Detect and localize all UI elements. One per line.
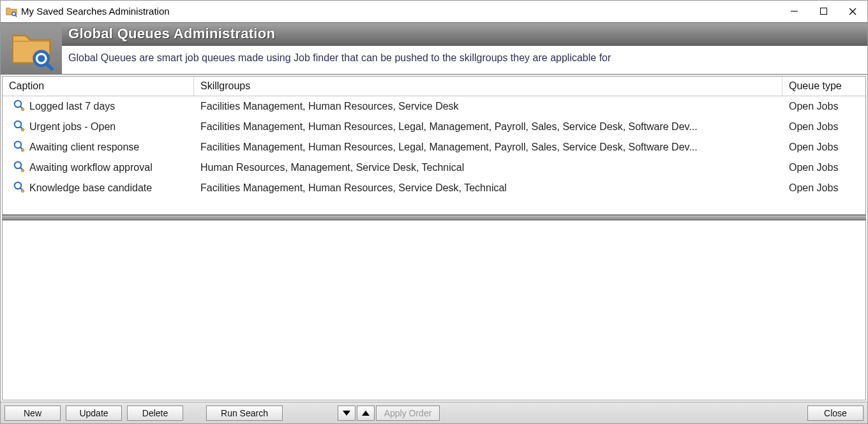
cell-skillgroups: Facilities Management, Human Resources, … (194, 99, 782, 113)
svg-marker-25 (362, 411, 370, 416)
close-button[interactable]: Close (807, 406, 864, 421)
svg-point-7 (38, 55, 45, 62)
cell-caption: Urgent jobs - Open (3, 118, 194, 136)
svg-line-8 (47, 64, 53, 70)
table-row[interactable]: Urgent jobs - OpenFacilities Management,… (3, 117, 865, 137)
triangle-up-icon (362, 408, 370, 418)
cell-skillgroups: Facilities Management, Human Resources, … (194, 140, 782, 154)
splitter-handle[interactable] (2, 215, 866, 220)
svg-point-21 (15, 182, 22, 189)
caption-text: Awaiting workflow approval (29, 162, 153, 173)
caption-text: Urgent jobs - Open (29, 121, 116, 133)
cell-caption: Logged last 7 days (3, 98, 194, 115)
banner-heading: Global Queues Administration (62, 23, 867, 46)
cell-skillgroups: Facilities Management, Human Resources, … (194, 120, 782, 134)
grid-body: Logged last 7 daysFacilities Management,… (3, 96, 865, 214)
svg-point-11 (21, 108, 24, 110)
titlebar: My Saved Searches Administration (1, 1, 867, 22)
caption-text: Knowledge base candidate (29, 182, 152, 194)
svg-point-17 (21, 149, 24, 151)
svg-point-18 (15, 162, 22, 169)
column-header-queue-type[interactable]: Queue type (782, 77, 865, 96)
search-icon (13, 99, 26, 114)
column-header-caption[interactable]: Caption (3, 77, 194, 96)
search-icon (13, 160, 26, 175)
window-title: My Saved Searches Administration (21, 6, 779, 17)
cell-caption: Awaiting client response (3, 138, 194, 156)
grid-header: Caption Skillgroups Queue type (3, 77, 865, 96)
svg-point-12 (15, 121, 22, 128)
table-row[interactable]: Knowledge base candidateFacilities Manag… (3, 178, 865, 198)
search-icon (13, 180, 26, 196)
svg-point-20 (21, 169, 24, 172)
svg-marker-24 (343, 411, 350, 416)
update-button[interactable]: Update (66, 406, 122, 421)
cell-caption: Knowledge base candidate (3, 179, 194, 197)
apply-order-button[interactable]: Apply Order (376, 406, 440, 421)
window-controls (779, 1, 867, 22)
cell-queue-type: Open Jobs (782, 161, 865, 175)
cell-caption: Awaiting workflow approval (3, 159, 194, 177)
banner-subtitle: Global Queues are smart job queues made … (62, 46, 867, 74)
cell-skillgroups: Human Resources, Management, Service Des… (194, 161, 782, 175)
table-row[interactable]: Awaiting workflow approvalHuman Resource… (3, 157, 865, 178)
svg-point-15 (15, 142, 22, 149)
cell-queue-type: Open Jobs (782, 181, 865, 195)
column-header-skillgroups[interactable]: Skillgroups (194, 77, 782, 96)
cell-skillgroups: Facilities Management, Human Resources, … (194, 181, 782, 195)
move-up-button[interactable] (357, 406, 375, 421)
svg-point-23 (21, 189, 24, 192)
cell-queue-type: Open Jobs (782, 120, 865, 134)
caption-text: Awaiting client response (29, 142, 139, 153)
minimize-button[interactable] (779, 1, 809, 22)
close-window-button[interactable] (838, 1, 867, 22)
new-button[interactable]: New (4, 406, 61, 421)
banner: Global Queues Administration Global Queu… (1, 22, 867, 75)
folder-search-icon (6, 6, 17, 17)
cell-queue-type: Open Jobs (782, 140, 865, 154)
banner-folder-search-icon (1, 23, 62, 74)
svg-line-1 (15, 15, 17, 16)
maximize-button[interactable] (809, 1, 838, 22)
detail-pane (2, 220, 866, 400)
content-area: Caption Skillgroups Queue type Logged la… (1, 75, 867, 402)
run-search-button[interactable]: Run Search (206, 406, 283, 421)
search-icon (13, 140, 26, 155)
table-row[interactable]: Awaiting client responseFacilities Manag… (3, 137, 865, 157)
svg-point-14 (21, 128, 24, 131)
svg-rect-3 (820, 8, 827, 15)
footer-toolbar: New Update Delete Run Search Apply Order… (1, 402, 867, 423)
delete-button[interactable]: Delete (127, 406, 183, 421)
move-down-button[interactable] (338, 406, 355, 421)
queue-grid: Caption Skillgroups Queue type Logged la… (2, 76, 866, 215)
search-icon (13, 119, 26, 135)
triangle-down-icon (343, 408, 350, 418)
caption-text: Logged last 7 days (29, 101, 115, 112)
svg-point-9 (15, 101, 22, 108)
cell-queue-type: Open Jobs (782, 99, 865, 113)
table-row[interactable]: Logged last 7 daysFacilities Management,… (3, 96, 865, 117)
svg-point-0 (12, 11, 16, 15)
